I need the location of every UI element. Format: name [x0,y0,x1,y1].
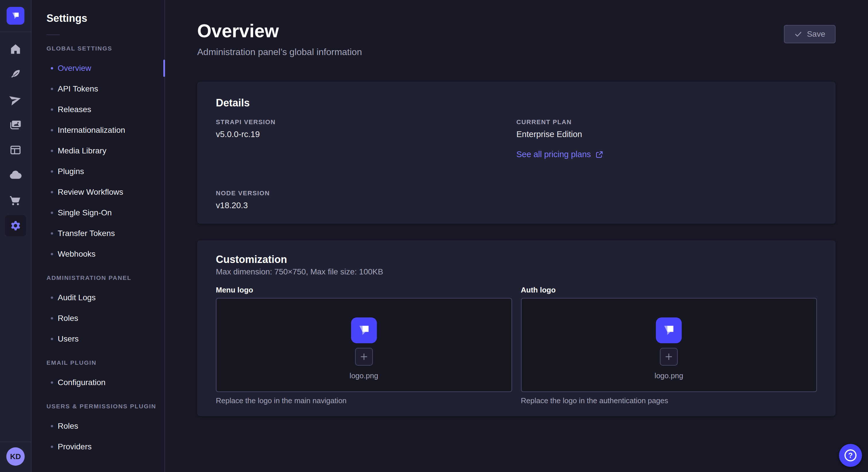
subnav-item-audit-logs[interactable]: Audit Logs [51,287,164,308]
subnav-item-internationalization[interactable]: Internationalization [51,120,164,140]
logo-uploaders: Menu logo logo.png [216,285,817,405]
field-node-version: NODE VERSION v18.20.3 [216,189,516,210]
menu-logo-label: Menu logo [216,285,512,295]
subnav-item-email-configuration[interactable]: Configuration [51,372,164,393]
subnav-item-label: Overview [58,64,91,73]
gear-icon [10,220,21,231]
paper-plane-icon [9,93,22,106]
auth-logo-caption: Replace the logo in the authentication p… [521,396,817,405]
page-subtitle: Administration panel’s global informatio… [197,46,362,57]
subnav-item-releases[interactable]: Releases [51,99,164,120]
auth-logo-dropzone[interactable]: logo.png [521,298,817,392]
pricing-plans-link[interactable]: See all pricing plans [516,150,603,159]
section-administration-panel: ADMINISTRATION PANEL Audit Logs Roles Us… [32,274,164,349]
customization-card: Customization Max dimension: 750×750, Ma… [197,240,836,416]
bullet-icon [51,381,53,384]
strapi-logo [355,322,372,339]
menu-logo-preview [351,317,377,343]
rail-item-marketplace[interactable] [7,192,24,209]
check-icon [794,30,802,38]
bullet-icon [51,212,53,214]
home-icon [9,43,22,55]
subnav-item-label: Users [58,334,79,343]
bullet-icon [51,446,53,448]
strapi-logo [660,322,677,339]
question-mark-icon: ? [844,449,857,461]
page-title: Overview [197,20,362,42]
subnav-item-plugins[interactable]: Plugins [51,161,164,182]
menu-logo-dropzone[interactable]: logo.png [216,298,512,392]
rail-item-content-manager[interactable] [7,142,24,158]
subnav-item-label: Transfer Tokens [58,229,115,238]
rail-divider-bottom [0,442,31,442]
media-library-icon [9,119,22,131]
help-button[interactable]: ? [839,444,862,467]
bullet-icon [51,317,53,319]
menu-logo-filename: logo.png [350,371,378,380]
rail-item-settings[interactable] [5,215,26,236]
cloud-icon [9,169,22,182]
subnav-item-label: Media Library [58,146,106,156]
section-users-permissions-plugin: USERS & PERMISSIONS PLUGIN Roles Provide… [32,403,164,457]
subnav-item-transfer-tokens[interactable]: Transfer Tokens [51,223,164,244]
details-card-title: Details [216,97,817,109]
bullet-icon [51,129,53,131]
customization-card-title: Customization [216,253,817,266]
auth-logo-uploader: Auth logo logo.png [521,285,817,405]
strapi-logo [10,10,21,22]
menu-logo-caption: Replace the logo in the main navigation [216,396,512,405]
subnav-item-media-library[interactable]: Media Library [51,140,164,161]
subnav-item-label: Providers [58,442,92,451]
rail-item-home[interactable] [7,41,24,57]
subnav-item-admin-users[interactable]: Users [51,329,164,349]
subnav-item-label: Internationalization [58,126,125,135]
rail-divider [0,32,31,32]
save-button[interactable]: Save [784,25,836,43]
subnav-item-label: Roles [58,314,79,323]
subnav-item-label: Audit Logs [58,293,96,302]
field-strapi-version: STRAPI VERSION v5.0.0-rc.19 [216,118,516,159]
field-label: STRAPI VERSION [216,118,516,126]
subnav-item-single-sign-on[interactable]: Single Sign-On [51,202,164,223]
section-email-plugin: EMAIL PLUGIN Configuration [32,359,164,393]
bullet-icon [51,88,53,90]
section-label: USERS & PERMISSIONS PLUGIN [46,403,164,410]
subnav-item-label: Configuration [58,378,105,387]
field-current-plan: CURRENT PLAN Enterprise Edition See all … [516,118,817,159]
subnav-item-admin-roles[interactable]: Roles [51,308,164,329]
rail-item-media-library[interactable] [7,116,24,133]
section-label: GLOBAL SETTINGS [46,45,164,52]
bullet-icon [51,150,53,152]
subnav-item-review-workflows[interactable]: Review Workflows [51,182,164,202]
section-label: ADMINISTRATION PANEL [46,274,164,281]
section-label: EMAIL PLUGIN [46,359,164,367]
bullet-icon [51,297,53,299]
menu-logo-uploader: Menu logo logo.png [216,285,512,405]
customization-card-subtitle: Max dimension: 750×750, Max file size: 1… [216,267,817,277]
subnav-title-divider [46,34,60,35]
section-global-settings: GLOBAL SETTINGS Overview API Tokens Rele… [32,45,164,264]
bullet-icon [51,170,53,173]
auth-logo-add-button[interactable] [660,348,678,366]
subnav-item-overview[interactable]: Overview [51,58,164,78]
rail-item-deploy[interactable] [7,91,24,108]
subnav-title: Settings [46,12,164,25]
menu-logo-add-button[interactable] [355,348,373,366]
pricing-link-label: See all pricing plans [516,150,591,159]
subnav-item-api-tokens[interactable]: API Tokens [51,78,164,99]
strapi-home-button[interactable] [7,7,24,25]
details-card: Details STRAPI VERSION v5.0.0-rc.19 CURR… [197,82,836,224]
details-grid: STRAPI VERSION v5.0.0-rc.19 CURRENT PLAN… [216,118,817,210]
subnav-item-label: Roles [58,422,79,431]
subnav-item-webhooks[interactable]: Webhooks [51,244,164,264]
active-indicator [163,60,165,77]
subnav-item-up-roles[interactable]: Roles [51,416,164,436]
avatar[interactable]: KD [6,447,25,466]
layout-icon [9,144,22,156]
cart-icon [9,194,22,206]
auth-logo-filename: logo.png [654,371,683,380]
rail-item-content-type-builder[interactable] [7,66,24,82]
rail-item-cloud[interactable] [7,167,24,183]
subnav-item-up-providers[interactable]: Providers [51,436,164,457]
external-link-icon [595,150,603,159]
